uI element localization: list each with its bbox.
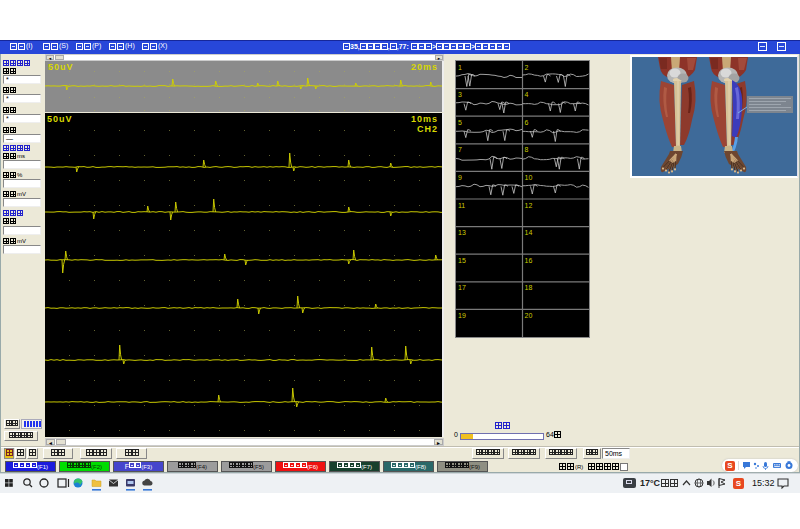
svg-text:7: 7: [458, 146, 462, 153]
svg-text:9: 9: [458, 174, 462, 181]
svg-text:6: 6: [525, 119, 529, 126]
svg-text:10: 10: [525, 174, 533, 181]
svg-text:20: 20: [525, 312, 533, 319]
svg-text:3: 3: [458, 91, 462, 98]
svg-text:14: 14: [525, 229, 533, 236]
svg-text:15: 15: [458, 257, 466, 264]
svg-text:2: 2: [525, 64, 529, 71]
svg-text:1: 1: [458, 64, 462, 71]
svg-text:18: 18: [525, 284, 533, 291]
svg-text:5: 5: [458, 119, 462, 126]
svg-text:12: 12: [525, 202, 533, 209]
svg-text:17: 17: [458, 284, 466, 291]
svg-text:8: 8: [525, 146, 529, 153]
svg-text:4: 4: [525, 91, 529, 98]
svg-text:16: 16: [525, 257, 533, 264]
svg-text:13: 13: [458, 229, 466, 236]
svg-text:11: 11: [458, 202, 465, 209]
svg-text:19: 19: [458, 312, 466, 319]
